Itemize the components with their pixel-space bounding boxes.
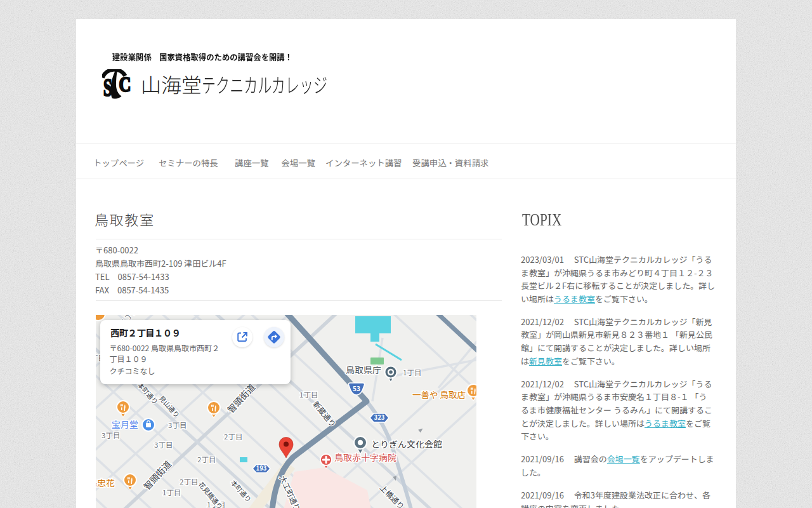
svg-text:1丁目: 1丁目 [299, 389, 318, 399]
svg-text:1丁目: 1丁目 [162, 487, 181, 497]
svg-text:鳥取県庁: 鳥取県庁 [346, 363, 381, 376]
svg-text:53: 53 [353, 384, 360, 393]
svg-text:2丁目: 2丁目 [197, 454, 216, 464]
svg-text:鳥取赤十字病院: 鳥取赤十字病院 [334, 451, 396, 464]
svg-text:3丁目: 3丁目 [168, 420, 187, 430]
svg-text:193: 193 [256, 464, 267, 472]
svg-text:S: S [103, 72, 112, 100]
svg-text:323: 323 [374, 413, 385, 422]
svg-text:2丁目: 2丁目 [180, 476, 198, 486]
svg-text:C: C [119, 73, 131, 96]
svg-text:とりぎん文化会館: とりぎん文化会館 [371, 438, 442, 450]
svg-text:3丁目: 3丁目 [154, 439, 173, 450]
svg-text:島忠花: 島忠花 [96, 476, 115, 489]
svg-text:3丁目: 3丁目 [102, 430, 120, 440]
svg-text:2丁目: 2丁目 [224, 431, 242, 441]
svg-text:1丁目: 1丁目 [403, 367, 421, 377]
svg-text:一善や 鳥取店: 一善や 鳥取店 [412, 388, 466, 401]
svg-text:宝月堂: 宝月堂 [112, 418, 138, 431]
